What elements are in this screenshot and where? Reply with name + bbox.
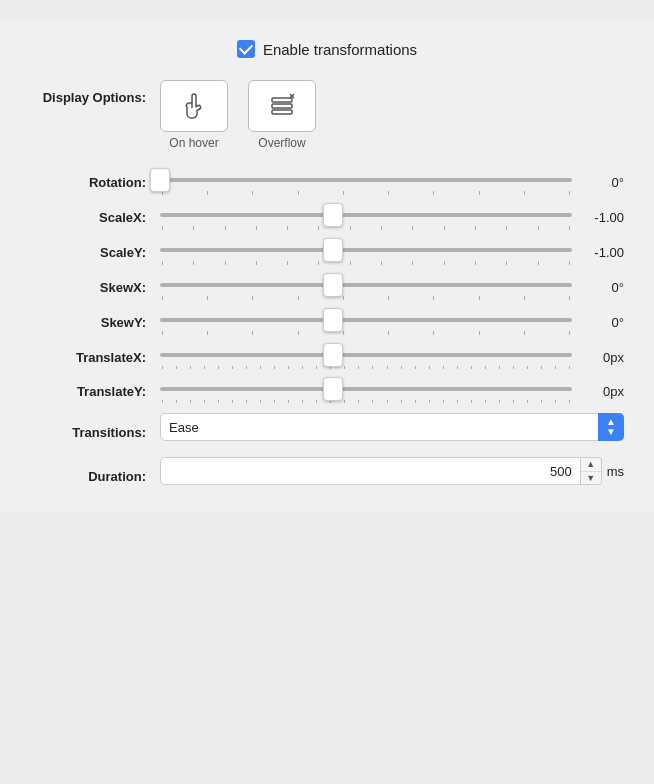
slider-thumb-rotation[interactable] xyxy=(150,168,170,192)
tick-mark xyxy=(569,226,570,230)
tick-mark xyxy=(401,366,402,369)
slider-wrapper-scaley xyxy=(160,240,572,265)
tick-mark xyxy=(475,261,476,265)
slider-track-container-translatex xyxy=(160,345,572,365)
tick-mark xyxy=(343,331,344,335)
tick-mark xyxy=(479,331,480,335)
tick-mark xyxy=(260,366,261,369)
tick-mark xyxy=(429,400,430,403)
tick-mark xyxy=(344,366,345,369)
tick-mark xyxy=(412,226,413,230)
slider-wrapper-scalex xyxy=(160,205,572,230)
display-btn-on-hover[interactable]: On hover xyxy=(160,80,228,150)
tick-mark xyxy=(298,331,299,335)
tick-mark xyxy=(162,366,163,369)
tick-mark xyxy=(429,366,430,369)
slider-value-scalex: -1.00 xyxy=(572,210,624,225)
on-hover-label: On hover xyxy=(169,136,218,150)
duration-increment-button[interactable]: ▲ xyxy=(581,458,601,472)
tick-mark xyxy=(443,366,444,369)
on-hover-icon-box xyxy=(160,80,228,132)
slider-thumb-scalex[interactable] xyxy=(323,203,343,227)
tick-mark xyxy=(318,261,319,265)
tick-mark xyxy=(524,331,525,335)
svg-rect-1 xyxy=(272,98,292,102)
tick-mark xyxy=(506,226,507,230)
slider-row-rotation: Rotation:0° xyxy=(30,170,624,195)
tick-mark xyxy=(415,400,416,403)
tick-mark xyxy=(412,261,413,265)
slider-wrapper-translatey xyxy=(160,379,572,403)
slider-thumb-skewx[interactable] xyxy=(323,273,343,297)
tick-mark xyxy=(343,296,344,300)
slider-track-translatey xyxy=(160,387,572,391)
duration-input[interactable] xyxy=(160,457,581,485)
tick-mark xyxy=(204,400,205,403)
duration-stepper: ▲ ▼ xyxy=(581,457,602,485)
slider-label-scaley: ScaleY: xyxy=(30,245,160,260)
tick-mark xyxy=(388,331,389,335)
tick-mark xyxy=(479,296,480,300)
tick-mark xyxy=(207,331,208,335)
tick-mark xyxy=(569,400,570,403)
slider-thumb-translatex[interactable] xyxy=(323,343,343,367)
slider-wrapper-skewy xyxy=(160,310,572,335)
tick-marks-skewx xyxy=(160,296,572,300)
overflow-stack-icon xyxy=(266,90,298,122)
tick-mark xyxy=(506,261,507,265)
slider-thumb-skewy[interactable] xyxy=(323,308,343,332)
slider-thumb-scaley[interactable] xyxy=(323,238,343,262)
enable-label: Enable transformations xyxy=(263,41,417,58)
slider-row-skewx: SkewX:0° xyxy=(30,275,624,300)
tick-mark xyxy=(358,366,359,369)
tick-mark xyxy=(527,366,528,369)
tick-mark xyxy=(252,296,253,300)
tick-mark xyxy=(162,261,163,265)
tick-mark xyxy=(350,226,351,230)
tick-mark xyxy=(252,331,253,335)
slider-row-translatex: TranslateX:0px xyxy=(30,345,624,369)
slider-label-translatex: TranslateX: xyxy=(30,350,160,365)
tick-mark xyxy=(246,366,247,369)
tick-mark xyxy=(190,400,191,403)
tick-mark xyxy=(513,366,514,369)
display-buttons: On hover Overflow xyxy=(160,80,316,150)
tick-mark xyxy=(415,366,416,369)
duration-decrement-button[interactable]: ▼ xyxy=(581,472,601,485)
enable-checkbox[interactable] xyxy=(237,40,255,58)
tick-mark xyxy=(350,261,351,265)
tick-mark xyxy=(471,366,472,369)
tick-mark xyxy=(388,191,389,195)
enable-transformations-row: Enable transformations xyxy=(30,40,624,58)
tick-mark xyxy=(316,400,317,403)
slider-wrapper-skewx xyxy=(160,275,572,300)
display-options-label: Display Options: xyxy=(30,80,160,105)
slider-value-translatey: 0px xyxy=(572,384,624,399)
slider-label-translatey: TranslateY: xyxy=(30,384,160,399)
slider-track-container-rotation xyxy=(160,170,572,190)
tick-mark xyxy=(298,191,299,195)
slider-wrapper-rotation xyxy=(160,170,572,195)
tick-mark xyxy=(343,191,344,195)
tick-mark xyxy=(218,400,219,403)
svg-rect-3 xyxy=(272,110,292,114)
tick-mark xyxy=(372,366,373,369)
tick-marks-rotation xyxy=(160,191,572,195)
tick-mark xyxy=(569,296,570,300)
transitions-select[interactable]: EaseLinearEase InEase OutEase In OutCust… xyxy=(160,413,624,441)
slider-wrapper-translatex xyxy=(160,345,572,369)
tick-mark xyxy=(193,226,194,230)
tick-mark xyxy=(433,331,434,335)
slider-thumb-translatey[interactable] xyxy=(323,377,343,401)
slider-track-translatex xyxy=(160,353,572,357)
display-btn-overflow[interactable]: Overflow xyxy=(248,80,316,150)
tick-mark xyxy=(381,226,382,230)
hand-cursor-icon xyxy=(178,90,210,122)
tick-mark xyxy=(316,366,317,369)
tick-marks-translatey xyxy=(160,400,572,403)
tick-mark xyxy=(524,296,525,300)
tick-mark xyxy=(256,226,257,230)
duration-row: Duration: ▲ ▼ ms xyxy=(30,457,624,485)
slider-row-translatey: TranslateY:0px xyxy=(30,379,624,403)
tick-mark xyxy=(274,400,275,403)
